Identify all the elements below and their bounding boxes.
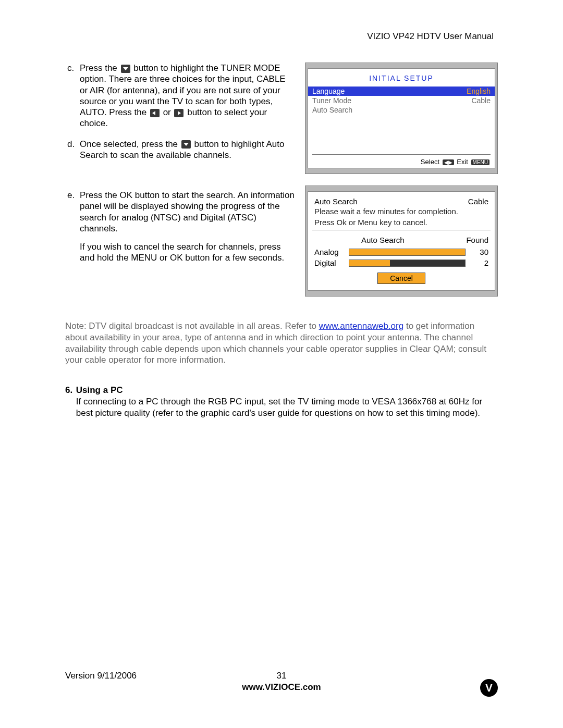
osd2-divider [312, 230, 491, 230]
osd1-row-value: Cable [471, 96, 491, 105]
step-c-text3: or [161, 107, 174, 117]
section6-title: Using a PC [76, 385, 498, 396]
step-d-body: Once selected, press the button to highl… [80, 139, 296, 161]
arrow-pill-icon: ◀▶ [443, 159, 454, 165]
step-c-body: Press the button to highlight the TUNER … [80, 63, 296, 129]
osd1-footer-select: Select [421, 158, 439, 166]
progress-bar-fill [349, 249, 465, 255]
step-e-wrap: e. Press the OK button to start the sear… [65, 190, 296, 264]
osd2-row-found: 30 [469, 248, 488, 256]
section6-body: If connecting to a PC through the RGB PC… [76, 396, 498, 419]
osd1-row-label: Tuner Mode [312, 96, 351, 105]
antennaweb-link[interactable]: www.antennaweb.org [319, 321, 404, 331]
menu-pill-icon: MENU [471, 159, 489, 165]
step-e-marker: e. [65, 190, 80, 264]
osd2-row-label: Digital [314, 258, 346, 267]
note-paragraph: Note: DTV digital broadcast is not avail… [65, 320, 498, 366]
vizio-logo-icon: V [480, 679, 498, 697]
step-e-p2: If you wish to cancel the search for cha… [80, 241, 296, 264]
osd2-col-right: Found [457, 236, 488, 244]
osd2-top: Auto Search Cable [314, 197, 488, 206]
step-c-text1: Press the [80, 63, 120, 73]
screenshot-column: INITIAL SETUP Language English Tuner Mod… [305, 63, 498, 308]
page-header: VIZIO VP42 HDTV User Manual [65, 31, 498, 42]
step-d-marker: d. [65, 139, 80, 161]
osd2-msg1: Please wait a few minutes for completion… [314, 207, 488, 216]
step-e-body: Press the OK button to start the search.… [80, 190, 296, 264]
progress-bar-track [349, 249, 466, 256]
osd2-msg2: Press Ok or Menu key to cancel. [314, 218, 488, 227]
footer-page-number: 31 [277, 671, 287, 681]
osd1-title: INITIAL SETUP [308, 69, 495, 87]
upper-content: c. Press the button to highlight the TUN… [65, 63, 498, 308]
step-d-text1: Once selected, press the [80, 139, 180, 149]
footer-url: www.VIZIOCE.com [65, 682, 498, 693]
osd-initial-setup: INITIAL SETUP Language English Tuner Mod… [305, 63, 498, 174]
step-d: d. Once selected, press the button to hi… [65, 139, 296, 161]
page-footer: Version 9/11/2006 31 www.VIZIOCE.com V [65, 671, 498, 693]
cancel-button[interactable]: Cancel [377, 273, 425, 284]
progress-bar-fill [349, 260, 390, 266]
osd1-body: Language English Tuner Mode Cable Auto S… [308, 87, 495, 154]
osd2-col-mid: Auto Search [346, 236, 457, 244]
down-arrow-icon [181, 140, 191, 149]
osd1-footer-exit: Exit [457, 158, 468, 166]
note-pre: Note: DTV digital broadcast is not avail… [65, 321, 319, 331]
left-arrow-icon [150, 109, 160, 117]
section-6: 6. Using a PC If connecting to a PC thro… [65, 385, 498, 418]
osd2-header-row: Auto Search Found [314, 236, 488, 244]
osd-auto-search: Auto Search Cable Please wait a few minu… [305, 186, 498, 297]
osd2-row-analog: Analog 30 [314, 248, 488, 256]
osd1-row-language: Language English [308, 87, 495, 96]
section6-marker: 6. [65, 385, 76, 418]
step-e-p1: Press the OK button to start the search.… [80, 190, 296, 234]
footer-version: Version 9/11/2006 [65, 671, 137, 681]
step-c-marker: c. [65, 63, 80, 129]
osd1-row-label: Language [312, 87, 345, 95]
progress-bar-track [349, 260, 466, 267]
osd2-title: Auto Search [314, 197, 358, 206]
step-e: e. Press the OK button to start the sear… [65, 190, 296, 264]
osd1-row-value: English [467, 87, 491, 95]
osd1-footer: Select ◀▶ Exit MENU [312, 154, 491, 168]
down-arrow-icon [121, 65, 130, 73]
osd1-row-tuner: Tuner Mode Cable [308, 96, 495, 105]
instruction-text-column: c. Press the button to highlight the TUN… [65, 63, 296, 308]
step-c: c. Press the button to highlight the TUN… [65, 63, 296, 129]
right-arrow-icon [174, 109, 183, 117]
osd1-row-label: Auto Search [312, 106, 352, 114]
osd2-row-found: 2 [469, 258, 488, 267]
osd2-row-label: Analog [314, 248, 346, 256]
osd1-row-autosearch: Auto Search [308, 105, 495, 115]
osd2-row-digital: Digital 2 [314, 258, 488, 267]
osd2-mode: Cable [468, 197, 488, 206]
